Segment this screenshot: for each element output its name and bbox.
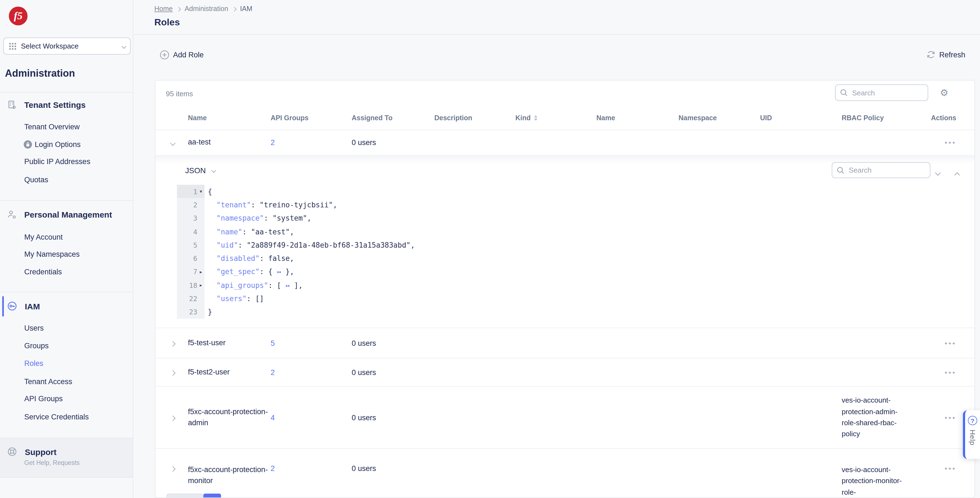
- column-header-uid[interactable]: UID: [760, 114, 842, 122]
- column-header-name-2[interactable]: Name: [597, 114, 678, 122]
- role-name: f5xc-account-protection-admin: [188, 406, 270, 429]
- chevron-right-icon: [177, 7, 181, 11]
- collapse-row-icon[interactable]: [170, 140, 175, 146]
- sidebar-section-support[interactable]: Support: [7, 447, 57, 456]
- api-groups-count-link[interactable]: 2: [270, 368, 352, 377]
- active-section-indicator: [2, 296, 4, 316]
- refresh-button[interactable]: Refresh: [926, 50, 966, 59]
- fold-toggle-icon[interactable]: ▸: [197, 269, 205, 275]
- table-row[interactable]: f5-test2-user 2 0 users •••: [156, 358, 975, 386]
- code-line: 1▾ {: [177, 185, 415, 198]
- api-groups-count-link[interactable]: 4: [270, 413, 352, 421]
- workspace-selector-label: Select Workspace: [21, 42, 122, 50]
- sidebar-item-my-account[interactable]: My Account: [24, 233, 63, 241]
- sidebar-item-tenant-overview[interactable]: Tenant Overview: [24, 123, 80, 131]
- role-name: f5-test2-user: [188, 367, 270, 378]
- breadcrumb-iam[interactable]: IAM: [240, 5, 252, 13]
- table-header-row: Name API Groups Assigned To Description …: [156, 107, 975, 129]
- support-subtitle: Get Help, Requests: [24, 460, 80, 466]
- sidebar-section-label: IAM: [25, 302, 40, 311]
- column-header-kind[interactable]: Kind: [515, 114, 597, 122]
- column-header-name[interactable]: Name: [188, 114, 270, 122]
- help-tab-button[interactable]: ? Help: [963, 410, 980, 459]
- json-search[interactable]: [832, 162, 931, 178]
- pagination-partial[interactable]: [167, 493, 204, 498]
- format-dropdown[interactable]: JSON: [185, 166, 215, 175]
- sidebar-section-personal-management[interactable]: Personal Management: [7, 210, 112, 219]
- sort-icon[interactable]: [534, 115, 538, 121]
- code-line: 4 "name": "aa-test",: [177, 225, 415, 238]
- row-actions-icon[interactable]: •••: [945, 413, 956, 421]
- fold-toggle-icon[interactable]: ▾: [197, 188, 205, 194]
- expand-row-icon[interactable]: [170, 370, 175, 375]
- column-header-rbac-policy[interactable]: RBAC Policy: [842, 114, 930, 122]
- expand-row-icon[interactable]: [170, 466, 175, 472]
- key-icon: [7, 301, 17, 311]
- api-groups-count-link[interactable]: 2: [270, 139, 352, 147]
- table-search-input[interactable]: [851, 88, 923, 97]
- row-actions-icon[interactable]: •••: [945, 368, 956, 377]
- assigned-to: 0 users: [352, 139, 434, 147]
- column-header-namespace[interactable]: Namespace: [678, 114, 760, 122]
- table-row[interactable]: f5-test-user 5 0 users •••: [156, 327, 975, 358]
- column-header-actions: Actions: [930, 114, 975, 122]
- plus-circle-icon: [160, 50, 169, 59]
- row-actions-icon[interactable]: •••: [945, 464, 956, 472]
- building-gear-icon: [7, 100, 16, 110]
- pagination-partial-active[interactable]: [204, 493, 221, 498]
- breadcrumb: Home Administration IAM: [154, 5, 253, 13]
- row-actions-icon[interactable]: •••: [945, 139, 956, 147]
- breadcrumb-home-link[interactable]: Home: [154, 5, 173, 13]
- sidebar-item-credentials[interactable]: Credentials: [24, 268, 62, 276]
- table-row[interactable]: f5xc-account-protection-monitor 2 0 user…: [156, 449, 975, 498]
- sidebar-item-users[interactable]: Users: [24, 324, 44, 332]
- api-groups-count-link[interactable]: 2: [270, 464, 352, 472]
- column-header-assigned-to[interactable]: Assigned To: [352, 114, 434, 122]
- sidebar-item-service-credentials[interactable]: Service Credentials: [24, 413, 89, 421]
- sidebar-item-api-groups[interactable]: API Groups: [24, 394, 63, 403]
- sidebar-support-band: [0, 438, 133, 477]
- sidebar-section-tenant-settings[interactable]: Tenant Settings: [7, 100, 86, 110]
- column-header-api-groups[interactable]: API Groups: [270, 114, 352, 122]
- sidebar-item-label: Login Options: [35, 140, 81, 148]
- row-actions-icon[interactable]: •••: [945, 339, 956, 347]
- sidebar-item-tenant-access[interactable]: Tenant Access: [24, 378, 72, 386]
- table-row[interactable]: aa-test 2 0 users •••: [156, 129, 975, 155]
- table-settings-button[interactable]: ⚙: [937, 85, 952, 101]
- sidebar-item-groups[interactable]: Groups: [24, 342, 49, 350]
- role-json-panel: JSON 1▾ { 2 "tena: [156, 155, 975, 327]
- divider: [0, 92, 133, 93]
- table-row[interactable]: f5xc-account-protection-admin 4 0 users …: [156, 386, 975, 449]
- api-groups-count-link[interactable]: 5: [270, 339, 352, 347]
- search-next-icon[interactable]: [936, 167, 940, 177]
- question-mark-icon: ?: [968, 416, 977, 425]
- code-line: 22 "users": []: [177, 292, 415, 305]
- json-search-input[interactable]: [848, 166, 926, 175]
- code-line: 2 "tenant": "treino-tyjcbsii",: [177, 198, 415, 212]
- sidebar-item-public-ip-addresses[interactable]: Public IP Addresses: [24, 158, 91, 166]
- search-previous-icon[interactable]: [955, 169, 959, 179]
- assigned-to: 0 users: [352, 464, 434, 472]
- table-search[interactable]: [835, 85, 928, 101]
- code-line: 5 "uid": "2a889f49-2d1a-48eb-bf68-31a15a…: [177, 238, 415, 252]
- role-name: f5-test-user: [188, 337, 270, 349]
- code-line: 18▸ "api_groups": [ ↔ ],: [177, 278, 415, 292]
- top-header: Home Administration IAM Roles Support: [134, 0, 980, 35]
- add-role-button[interactable]: Add Role: [160, 50, 204, 59]
- expand-row-icon[interactable]: [170, 415, 175, 421]
- code-line: 23 }: [177, 305, 415, 319]
- workspace-selector[interactable]: Select Workspace: [3, 37, 130, 54]
- expand-row-icon[interactable]: [170, 341, 175, 346]
- sidebar-item-my-namespaces[interactable]: My Namespaces: [24, 250, 80, 259]
- table-toolbar: 95 items ⚙: [156, 80, 975, 107]
- sidebar-section-iam[interactable]: IAM: [7, 301, 40, 311]
- sidebar-item-quotas[interactable]: Quotas: [24, 176, 48, 184]
- refresh-icon: [926, 50, 935, 59]
- fold-toggle-icon[interactable]: ▸: [197, 283, 205, 288]
- breadcrumb-administration[interactable]: Administration: [185, 5, 228, 13]
- json-code-viewer[interactable]: 1▾ { 2 "tenant": "treino-tyjcbsii", 3 "n…: [177, 185, 415, 319]
- column-header-description[interactable]: Description: [434, 114, 515, 122]
- sidebar-section-label: Personal Management: [24, 210, 112, 219]
- sidebar-item-login-options[interactable]: Login Options: [24, 140, 81, 148]
- sidebar-item-roles[interactable]: Roles: [24, 359, 43, 367]
